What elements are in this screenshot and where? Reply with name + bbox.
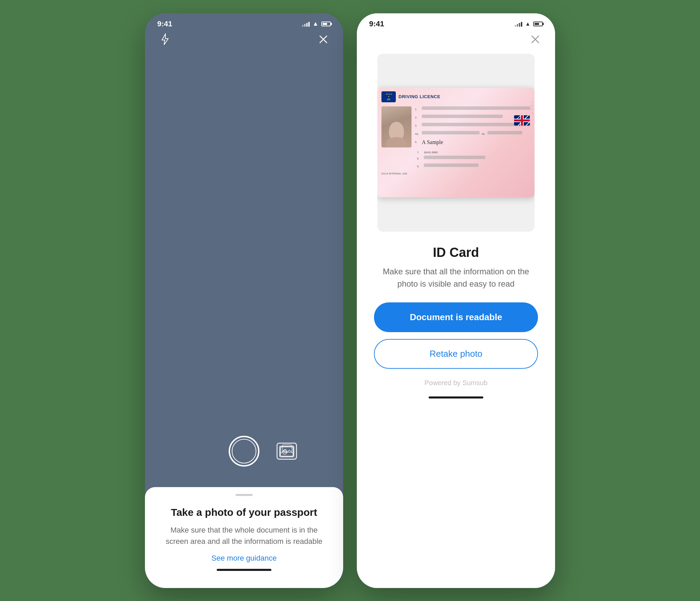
status-bar-camera: 9:41 ▲ [145,13,343,28]
licence-header: ★ ★ ★ ★ ★ UK DRIVING LICENCE [377,88,535,104]
gallery-button[interactable] [277,443,297,460]
close-area [357,28,555,50]
signal-icon-review [515,21,522,27]
review-content: ID Card Make sure that all the informati… [357,242,555,390]
flash-button[interactable] [157,32,172,47]
close-button[interactable] [316,32,331,47]
phone-review-screen: 9:41 ▲ [357,13,555,588]
document-readable-button[interactable]: Document is readable [374,302,538,332]
retake-photo-button[interactable]: Retake photo [374,339,538,369]
passport-instruction-desc: Make sure that the whole document is in … [159,524,329,547]
home-indicator [217,569,271,571]
id-card-title: ID Card [374,245,538,260]
svg-rect-2 [280,447,293,456]
camera-top-icons [145,28,343,50]
status-icons-review: ▲ [515,21,543,27]
powered-by-label: Powered by Sumsub [374,379,538,387]
union-jack [514,115,530,126]
battery-icon-review [533,22,543,26]
licence-body: 1. 2. 3. 4a. [377,104,535,149]
licence-extra-fields: 7. 18.01.2003 8. 9. [377,149,535,171]
licence-info: 1. 2. 3. 4a. [415,106,530,147]
status-bar-review: 9:41 ▲ [357,13,555,28]
id-card-image: T E S T ★ ★ ★ ★ ★ UK DRIVING LICENCE [377,54,535,232]
close-review-button[interactable] [528,32,543,47]
licence-footer: DVLA INTERNAL USE [377,171,535,176]
passport-instruction-title: Take a photo of your passport [159,506,329,519]
wifi-icon: ▲ [312,20,319,27]
licence-title: DRIVING LICENCE [399,94,440,99]
uk-flag: ★ ★ ★ ★ ★ UK [381,91,396,102]
wifi-icon-review: ▲ [525,21,530,27]
signal-icon [302,21,310,27]
id-card-description: Make sure that all the information on th… [374,265,538,290]
guidance-link[interactable]: See more guidance [212,554,277,562]
svg-point-4 [284,449,286,452]
status-icons-camera: ▲ [302,20,331,27]
licence-signature: A Sample [422,139,530,145]
bottom-sheet: Take a photo of your passport Make sure … [145,487,343,588]
svg-rect-3 [282,445,292,452]
camera-controls [145,429,343,477]
driving-licence-card: T E S T ★ ★ ★ ★ ★ UK DRIVING LICENCE [377,88,535,197]
licence-date: 18.01.2003 [424,151,438,154]
licence-photo [381,106,412,147]
battery-icon [321,22,331,26]
camera-viewport [145,50,343,429]
drag-handle [235,494,253,496]
shutter-inner [232,439,256,463]
phone-camera-screen: 9:41 ▲ [145,13,343,588]
status-time-review: 9:41 [369,19,384,28]
home-indicator-review [429,396,483,399]
status-time-camera: 9:41 [157,19,172,28]
side-text: T E S T [531,102,533,114]
shutter-button[interactable] [229,436,259,467]
